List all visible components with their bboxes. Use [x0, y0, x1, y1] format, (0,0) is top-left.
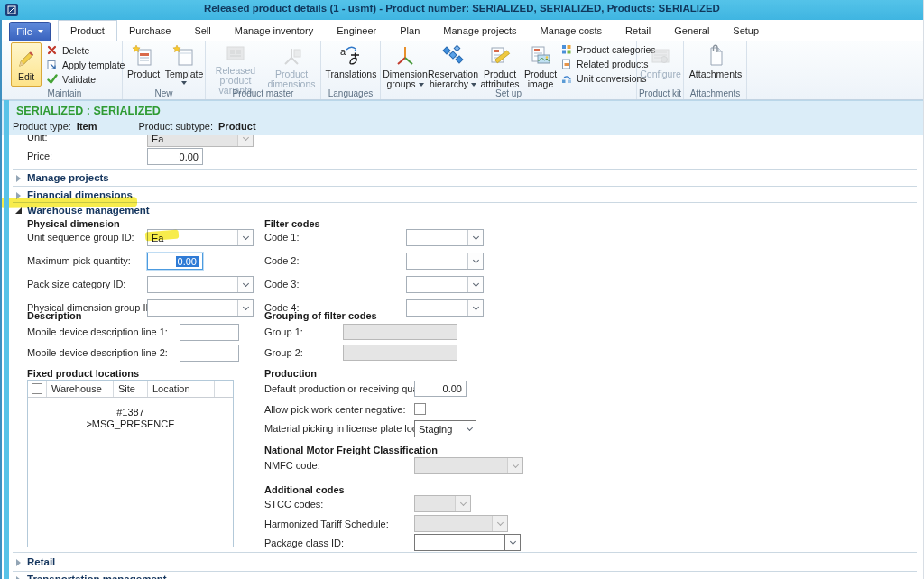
tab-manage-costs[interactable]: Manage costs: [529, 20, 614, 41]
new-product-button[interactable]: Product: [125, 42, 162, 89]
ribbon-group-product-master: Released product variants Product dimens…: [206, 41, 321, 99]
price-label: Price:: [27, 151, 52, 161]
default-production-qty-input[interactable]: 0.00: [414, 381, 467, 397]
file-menu-button[interactable]: File: [9, 22, 51, 41]
additional-codes-heading: Additional codes: [264, 484, 345, 495]
group-label-languages: Languages: [321, 88, 380, 98]
delete-label: Delete: [62, 45, 89, 56]
chevron-down-icon: [467, 300, 483, 316]
physical-dimension-group-dropdown[interactable]: [147, 299, 254, 317]
column-warehouse[interactable]: Warehouse: [47, 381, 114, 397]
pencil-icon: [16, 48, 36, 71]
conversion-arrows-icon: [561, 73, 573, 85]
record-subinfo: Product type: Item Product subtype: Prod…: [13, 121, 256, 132]
divider: [13, 186, 917, 187]
validate-label: Validate: [62, 74, 96, 85]
pack-size-category-dropdown[interactable]: [147, 276, 254, 293]
attachments-button[interactable]: Attachments: [687, 42, 744, 89]
tab-purchase[interactable]: Purchase: [117, 20, 182, 41]
physical-dimension-heading: Physical dimension: [27, 218, 120, 229]
maximum-pick-quantity-input[interactable]: 0.00: [147, 253, 203, 270]
nmfc-code-label: NMFC code:: [264, 460, 320, 471]
highlighter-mark-warehouse: [0, 197, 137, 208]
divider: [13, 169, 917, 170]
unit-value: Ea: [152, 135, 163, 144]
ribbon-group-product-kit: Configure Product kit: [637, 41, 684, 99]
chevron-down-icon: [237, 300, 253, 316]
edit-button[interactable]: Edit: [11, 42, 42, 87]
fixed-product-locations-heading: Fixed product locations: [27, 368, 139, 379]
code1-dropdown[interactable]: [406, 229, 484, 246]
delete-button[interactable]: Delete: [47, 44, 125, 57]
allow-pick-negative-checkbox[interactable]: [414, 403, 426, 415]
column-location[interactable]: Location: [148, 381, 215, 397]
tab-engineer[interactable]: Engineer: [325, 20, 388, 41]
title-bar: Released product details (1 - usmf) - Pr…: [0, 0, 924, 20]
section-manage-projects[interactable]: Manage projects: [27, 172, 109, 183]
product-image-button[interactable]: Product image: [522, 42, 559, 89]
ribbon-group-new: Product Template New: [123, 41, 206, 99]
column-site[interactable]: Site: [114, 381, 148, 397]
dimensions-axis-icon: [281, 42, 302, 68]
allow-pick-negative-label: Allow pick work center negative:: [264, 404, 406, 415]
tab-manage-inventory[interactable]: Manage inventory: [223, 20, 325, 41]
ribbon-tabs: Product Purchase Sell Manage inventory E…: [58, 20, 771, 41]
code2-dropdown[interactable]: [406, 253, 484, 270]
collapse-arrow-icon[interactable]: [15, 207, 22, 214]
code3-dropdown[interactable]: [406, 276, 484, 293]
expand-arrow-icon[interactable]: [16, 559, 21, 566]
menu-bar: File Product Purchase Sell Manage invent…: [0, 20, 924, 41]
form-area: Unit: Ea Price: 0.00 Manage projects Fin…: [0, 135, 924, 579]
delete-icon: [47, 45, 59, 57]
fixed-product-locations-table[interactable]: Warehouse Site Location #1387 >MSG_PRESE…: [27, 380, 234, 547]
package-class-label: Package class ID:: [264, 538, 344, 548]
chevron-down-icon: [471, 83, 476, 87]
tab-retail[interactable]: Retail: [614, 20, 662, 41]
tab-manage-projects[interactable]: Manage projects: [431, 20, 528, 41]
product-dimensions-button: Product dimensions: [265, 42, 318, 89]
production-heading: Production: [264, 368, 317, 379]
tab-sell[interactable]: Sell: [182, 20, 222, 41]
apply-template-button[interactable]: Apply template: [47, 59, 125, 71]
code4-dropdown[interactable]: [406, 299, 484, 317]
select-all-checkbox[interactable]: [32, 383, 42, 394]
section-transportation-management[interactable]: Transportation management: [27, 574, 167, 579]
mobile-desc-line2-input[interactable]: [180, 345, 239, 362]
translations-button[interactable]: a Translations: [323, 42, 379, 89]
tab-setup[interactable]: Setup: [721, 20, 771, 41]
ribbon-group-attachments: Attachments Attachments: [684, 41, 747, 99]
section-retail[interactable]: Retail: [27, 556, 55, 567]
tab-plan[interactable]: Plan: [388, 20, 431, 41]
validate-button[interactable]: Validate: [47, 73, 125, 86]
chevron-down-icon: [419, 83, 424, 87]
group-label-attachments: Attachments: [684, 88, 746, 98]
group2-input: [343, 345, 457, 361]
dimension-groups-button[interactable]: Dimension groups: [383, 42, 428, 89]
divider: [13, 202, 917, 203]
app-window: Released product details (1 - usmf) - Pr…: [0, 0, 924, 579]
axis-icon: [394, 42, 416, 68]
tab-general[interactable]: General: [662, 20, 721, 41]
tab-product[interactable]: Product: [58, 20, 117, 41]
price-input[interactable]: 0.00: [147, 148, 203, 165]
mobile-desc-line1-input[interactable]: [180, 324, 239, 341]
package-class-dropdown[interactable]: [414, 534, 521, 551]
grouping-heading: Grouping of filter codes: [264, 310, 377, 321]
group-label-set-up: Set up: [381, 88, 636, 98]
left-accent-strip: [4, 100, 9, 579]
paperclip-icon: [704, 42, 727, 68]
unit-label: Unit:: [27, 135, 48, 142]
template-button[interactable]: Template: [164, 42, 204, 89]
expand-arrow-icon[interactable]: [16, 175, 21, 182]
attachments-label: Attachments: [689, 69, 742, 79]
related-doc-icon: [561, 59, 573, 70]
template-icon: [172, 42, 196, 68]
mobile-desc-line1-label: Mobile device description line 1:: [27, 326, 168, 337]
default-production-qty-label: Default production or receiving quantity…: [264, 383, 439, 394]
reservation-hierarchy-button[interactable]: Reservation hierarchy: [428, 42, 478, 89]
material-picking-select[interactable]: Staging: [414, 420, 476, 437]
product-attributes-button[interactable]: Product attributes: [478, 42, 522, 89]
released-product-variants-button: Released product variants: [208, 42, 263, 89]
unit-dropdown: Ea: [147, 135, 254, 147]
table-header: Warehouse Site Location: [28, 381, 233, 398]
